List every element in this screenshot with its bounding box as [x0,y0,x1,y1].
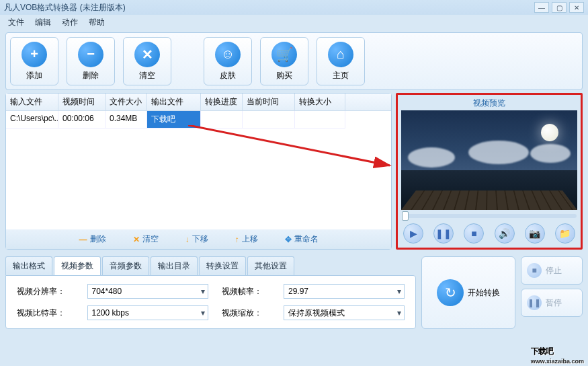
preview-title: 视频预览 [401,98,578,109]
arrow-down-icon: ↓ [185,235,190,244]
skin-button[interactable]: ☺皮肤 [204,37,252,85]
tabs: 输出格式 视频参数 音频参数 输出目录 转换设置 其他设置 [5,256,416,275]
tab-audio-params[interactable]: 音频参数 [102,256,149,275]
resolution-label: 视频分辨率： [17,286,74,297]
minus-icon: — [79,235,87,244]
table-row[interactable]: C:\Users\pc\.. 00:00:06 0.34MB 下载吧 [6,111,391,129]
minus-icon: − [78,42,103,67]
bitrate-label: 视频比特率： [17,307,74,319]
menu-edit[interactable]: 编辑 [31,15,55,30]
la-down[interactable]: ↓下移 [185,233,208,245]
pause-convert-button[interactable]: ❚❚暂停 [521,289,583,317]
settings-panel: 输出格式 视频参数 音频参数 输出目录 转换设置 其他设置 视频分辨率： 704… [5,256,416,329]
la-clear[interactable]: ✕清空 [133,233,159,245]
th-input[interactable]: 输入文件 [6,94,58,110]
volume-button[interactable]: 🔊 [495,223,515,244]
fps-label: 视频帧率： [222,286,271,297]
delete-button[interactable]: −删除 [67,37,115,85]
resolution-combo[interactable]: 704*480 [87,284,208,299]
menubar: 文件 编辑 动作 帮助 [0,15,588,30]
slider-thumb[interactable] [402,211,409,221]
scale-label: 视频缩放： [222,307,271,319]
la-up[interactable]: ↑上移 [235,233,258,245]
titlebar: 凡人VOB格式转换器 (未注册版本) — ▢ ✕ [0,0,588,15]
th-fsize[interactable]: 文件大小 [106,94,147,110]
home-button[interactable]: ⌂主页 [317,37,365,85]
stop-convert-button[interactable]: ■停止 [521,256,583,285]
smile-icon: ☺ [215,42,241,67]
pause-button[interactable]: ❚❚ [433,223,454,244]
maximize-button[interactable]: ▢ [552,2,566,13]
tab-video-params[interactable]: 视频参数 [54,256,101,275]
table-body[interactable]: C:\Users\pc\.. 00:00:06 0.34MB 下载吧 [6,111,391,229]
table-header: 输入文件 视频时间 文件大小 输出文件 转换进度 当前时间 转换大小 [6,94,391,111]
th-curtime[interactable]: 当前时间 [243,94,295,110]
snapshot-button[interactable]: 📷 [525,223,545,244]
menu-file[interactable]: 文件 [4,15,28,30]
x-icon: ✕ [134,42,160,67]
menu-action[interactable]: 动作 [58,15,82,30]
tab-other-settings[interactable]: 其他设置 [247,256,294,275]
th-vtime[interactable]: 视频时间 [58,94,106,110]
move-icon: ✥ [285,235,292,244]
play-button[interactable]: ▶ [403,223,423,244]
cart-icon: 🛒 [271,42,297,67]
la-rename[interactable]: ✥重命名 [285,233,319,245]
stop-icon: ■ [527,263,542,278]
watermark: 下载吧 www.xiazaiba.com [531,340,584,365]
list-actions: —删除 ✕清空 ↓下移 ↑上移 ✥重命名 [6,229,391,249]
bitrate-combo[interactable]: 1200 kbps [87,305,208,320]
scale-combo[interactable]: 保持原视频模式 [284,305,405,320]
la-delete[interactable]: —删除 [79,233,106,245]
window-title: 凡人VOB格式转换器 (未注册版本) [4,2,126,13]
th-progress[interactable]: 转换进度 [201,94,243,110]
seek-slider[interactable] [402,214,577,218]
th-output[interactable]: 输出文件 [147,94,201,110]
stop-button[interactable]: ■ [464,223,484,244]
x-icon: ✕ [133,235,140,244]
preview-image [401,110,577,210]
close-button[interactable]: ✕ [569,2,584,13]
buy-button[interactable]: 🛒购买 [260,37,308,85]
th-csize[interactable]: 转换大小 [295,94,345,110]
preview-panel: 视频预览 ▶ ❚❚ ■ 🔊 📷 📁 [396,93,583,250]
tab-output-format[interactable]: 输出格式 [5,256,52,275]
moon-icon [541,124,558,141]
file-list-panel: 输入文件 视频时间 文件大小 输出文件 转换进度 当前时间 转换大小 C:\Us… [5,93,392,250]
toolbar: +添加 −删除 ✕清空 ☺皮肤 🛒购买 ⌂主页 [5,32,583,90]
add-button[interactable]: +添加 [10,37,58,85]
plus-icon: + [22,42,47,67]
tab-output-dir[interactable]: 输出目录 [151,256,198,275]
arrow-up-icon: ↑ [235,235,239,244]
minimize-button[interactable]: — [534,2,549,13]
menu-help[interactable]: 帮助 [85,15,109,30]
start-convert-button[interactable]: ↻ 开始转换 [421,256,515,329]
pause-icon: ❚❚ [527,295,542,310]
tab-convert-settings[interactable]: 转换设置 [199,256,246,275]
home-icon: ⌂ [328,42,353,67]
convert-icon: ↻ [437,279,464,306]
clear-button[interactable]: ✕清空 [123,37,171,85]
open-button[interactable]: 📁 [555,223,575,244]
fps-combo[interactable]: 29.97 [284,284,405,299]
